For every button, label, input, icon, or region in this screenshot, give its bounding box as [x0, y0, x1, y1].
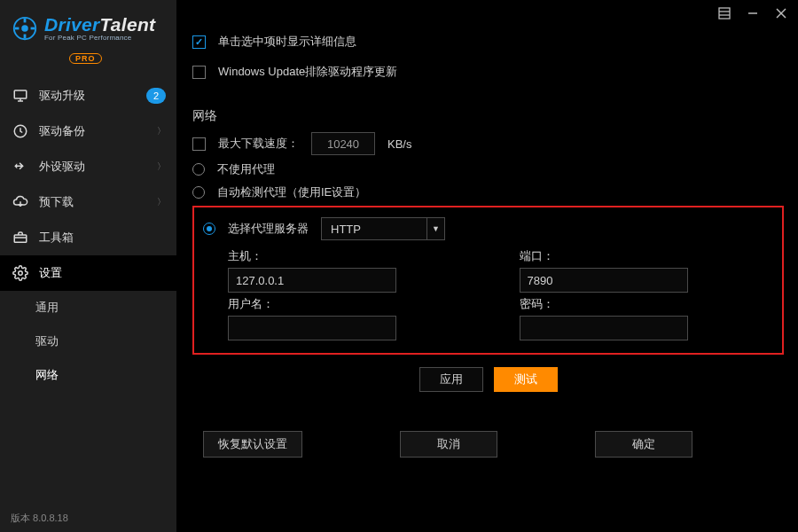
pro-badge: PRO: [69, 53, 102, 64]
ok-button[interactable]: 确定: [595, 431, 692, 458]
nav-peripheral-drivers[interactable]: 外设驱动 〉: [0, 149, 176, 184]
logo-gear-icon: [11, 14, 39, 43]
nav-label: 驱动升级: [39, 88, 85, 104]
svg-rect-8: [14, 235, 27, 242]
host-label: 主机：: [228, 248, 482, 264]
radio-proxy-manual[interactable]: [203, 223, 215, 235]
menu-icon[interactable]: [716, 5, 732, 21]
svg-rect-5: [31, 27, 35, 30]
nav-driver-backup[interactable]: 驱动备份 〉: [0, 113, 176, 149]
gear-icon: [11, 263, 30, 283]
checkbox-wu-exclude[interactable]: [192, 66, 206, 79]
proxy-protocol-combo[interactable]: HTTP ▼: [321, 217, 445, 240]
speed-unit: KB/s: [387, 137, 411, 151]
nav-settings[interactable]: 设置: [0, 255, 176, 291]
radio-label: 自动检测代理（使用IE设置）: [217, 184, 366, 200]
chevron-right-icon: 〉: [157, 125, 166, 137]
section-network-title: 网络: [192, 108, 784, 124]
combo-value: HTTP: [322, 223, 426, 236]
svg-rect-6: [14, 90, 27, 98]
restore-defaults-button[interactable]: 恢复默认设置: [203, 431, 302, 458]
proxy-settings-box: 选择代理服务器 HTTP ▼ 主机： 端口：: [192, 206, 784, 355]
nav-toolbox[interactable]: 工具箱: [0, 220, 176, 255]
nav-label: 驱动备份: [39, 123, 85, 139]
logo-subtitle: For Peak PC Performance: [44, 35, 155, 42]
nav-predownload[interactable]: 预下载 〉: [0, 184, 176, 220]
radio-proxy-none[interactable]: [192, 163, 205, 176]
usb-icon: [11, 157, 30, 176]
toolbox-icon: [11, 228, 30, 247]
checkbox-label: Windows Update排除驱动程序更新: [218, 64, 397, 80]
monitor-icon: [11, 86, 30, 106]
close-button[interactable]: [773, 5, 789, 21]
proxy-pass-input[interactable]: [520, 316, 688, 340]
nav-driver-upgrade[interactable]: 驱动升级 2: [0, 78, 176, 113]
svg-rect-10: [719, 8, 730, 19]
chevron-right-icon: 〉: [157, 160, 166, 173]
svg-rect-3: [24, 35, 27, 39]
checkbox-single-click-detail[interactable]: [192, 35, 206, 49]
logo: DriverTalent For Peak PC Performance: [0, 0, 176, 51]
subnav-general[interactable]: 通用: [0, 291, 176, 325]
version-label: 版本 8.0.8.18: [11, 512, 68, 525]
proxy-port-input[interactable]: [520, 268, 688, 293]
svg-point-1: [21, 25, 28, 32]
max-speed-label: 最大下载速度：: [218, 136, 299, 152]
radio-proxy-auto[interactable]: [192, 186, 205, 199]
nav-label: 设置: [39, 265, 62, 281]
nav-label: 工具箱: [39, 230, 74, 246]
nav-label: 预下载: [39, 194, 74, 210]
checkbox-max-speed[interactable]: [192, 137, 206, 151]
proxy-user-input[interactable]: [228, 316, 396, 340]
chevron-right-icon: 〉: [157, 196, 166, 208]
user-label: 用户名：: [228, 296, 482, 312]
svg-rect-4: [15, 27, 20, 30]
pass-label: 密码：: [520, 296, 774, 312]
checkbox-label: 单击选中项时显示详细信息: [218, 34, 356, 50]
port-label: 端口：: [520, 248, 774, 264]
settings-subnav: 通用 驱动 网络: [0, 291, 176, 392]
subnav-network[interactable]: 网络: [0, 358, 176, 392]
backup-icon: [11, 121, 30, 141]
radio-label: 不使用代理: [217, 161, 275, 177]
nav-label: 外设驱动: [39, 159, 85, 175]
logo-title: DriverTalent: [44, 15, 155, 34]
sidebar: DriverTalent For Peak PC Performance PRO…: [0, 0, 176, 532]
radio-label: 选择代理服务器: [228, 221, 309, 237]
max-speed-input[interactable]: [311, 132, 375, 155]
chevron-down-icon: ▼: [426, 217, 444, 240]
main-panel: 单击选中项时显示详细信息 Windows Update排除驱动程序更新 网络 最…: [176, 0, 798, 532]
nav: 驱动升级 2 驱动备份 〉 外设驱动 〉 预下: [0, 78, 176, 392]
proxy-host-input[interactable]: [228, 268, 396, 293]
svg-rect-2: [24, 19, 27, 23]
titlebar: [176, 0, 798, 27]
subnav-driver[interactable]: 驱动: [0, 325, 176, 358]
svg-point-9: [19, 271, 23, 276]
minimize-button[interactable]: [745, 5, 761, 21]
cancel-button[interactable]: 取消: [400, 431, 497, 458]
apply-button[interactable]: 应用: [419, 367, 483, 392]
update-count-badge: 2: [146, 88, 166, 104]
test-button[interactable]: 测试: [494, 367, 558, 392]
cloud-download-icon: [11, 192, 30, 212]
